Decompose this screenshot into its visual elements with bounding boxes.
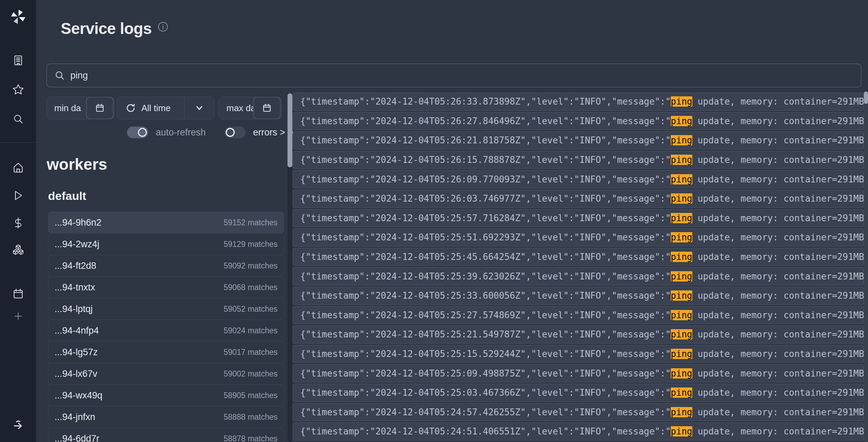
min-date-button[interactable]: min da <box>46 97 115 119</box>
log-mid: ","level":"INFO","message":" <box>520 310 671 320</box>
log-prefix: {"timestamp":" <box>300 349 375 359</box>
worker-row[interactable]: ...94-4nfp4 59024 matches <box>48 320 284 342</box>
log-timestamp: 2024-12-04T05:25:39.623026Z <box>375 271 520 282</box>
log-prefix: {"timestamp":" <box>300 252 375 262</box>
log-prefix: {"timestamp":" <box>300 155 375 165</box>
log-timestamp: 2024-12-04T05:25:57.716284Z <box>375 213 520 223</box>
match-count: 58888 <box>224 413 246 421</box>
worker-row[interactable]: ...94-jnfxn 58888 matches <box>48 406 284 428</box>
worker-matches: 58878 matches <box>224 434 278 442</box>
worker-row[interactable]: ...94-lptqj 59052 matches <box>48 298 284 320</box>
min-date-calendar-icon[interactable] <box>86 97 114 119</box>
log-prefix: {"timestamp":" <box>300 271 375 282</box>
calendar-nav-icon[interactable] <box>12 288 24 300</box>
log-row: {"timestamp":"2024-12-04T05:24:57.426255… <box>293 403 864 421</box>
worker-row[interactable]: ...94-wx49q 58905 matches <box>48 384 284 406</box>
log-row: {"timestamp":"2024-12-04T05:25:45.664254… <box>293 248 864 266</box>
errors-label: errors > 0 <box>253 127 293 138</box>
time-range-dropdown[interactable] <box>185 97 214 119</box>
time-range-button[interactable]: All time <box>117 97 214 119</box>
max-date-calendar-icon[interactable] <box>253 97 281 119</box>
worker-row[interactable]: ...94-lg57z 59017 matches <box>48 341 284 363</box>
left-scrollbar-track[interactable] <box>288 93 292 442</box>
worker-name: ...94-jnfxn <box>55 412 95 422</box>
worker-row[interactable]: ...94-ft2d8 59092 matches <box>48 255 284 277</box>
match-suffix: matches <box>246 218 278 227</box>
search-nav-icon[interactable] <box>12 113 24 125</box>
worker-row[interactable]: ...94-2wz4j 59129 matches <box>48 233 284 255</box>
log-timestamp: 2024-12-04T05:25:33.600056Z <box>375 290 520 301</box>
match-suffix: matches <box>246 348 278 357</box>
worker-name: ...94-ft2d8 <box>55 261 96 271</box>
log-prefix: {"timestamp":" <box>300 387 375 398</box>
log-prefix: {"timestamp":" <box>300 407 375 417</box>
log-mid: ","level":"INFO","message":" <box>520 135 671 145</box>
log-row: {"timestamp":"2024-12-04T05:25:03.467366… <box>293 384 864 402</box>
match-suffix: matches <box>246 413 278 421</box>
right-scrollbar-track[interactable] <box>864 91 868 442</box>
worker-matches: 59092 matches <box>224 261 278 271</box>
log-row: {"timestamp":"2024-12-04T05:24:51.406551… <box>293 422 864 441</box>
log-mid: ","level":"INFO","message":" <box>520 174 671 184</box>
log-mid: ","level":"INFO","message":" <box>520 155 671 165</box>
right-scrollbar-thumb[interactable] <box>864 92 868 104</box>
log-timestamp: 2024-12-04T05:26:09.770093Z <box>375 174 520 184</box>
page-title-text: Service logs <box>61 20 152 37</box>
chevron-down-icon <box>194 103 204 113</box>
log-prefix: {"timestamp":" <box>300 232 375 242</box>
match-suffix: matches <box>246 391 278 400</box>
log-prefix: {"timestamp":" <box>300 213 375 223</box>
log-highlight: ping <box>671 349 692 359</box>
log-suffix: update, memory: container=291MB <box>692 193 864 204</box>
worker-row[interactable]: ...94-9h6n2 59152 matches <box>48 212 284 234</box>
match-count: 59024 <box>224 326 246 335</box>
dollar-icon[interactable] <box>12 217 24 229</box>
match-count: 59068 <box>224 283 246 292</box>
info-icon[interactable] <box>158 17 168 27</box>
windmill-logo-icon[interactable] <box>10 8 27 25</box>
star-icon[interactable] <box>12 83 24 96</box>
log-highlight: ping <box>671 96 692 107</box>
log-row: {"timestamp":"2024-12-04T05:26:15.788878… <box>293 151 864 169</box>
log-row: {"timestamp":"2024-12-04T05:25:15.529244… <box>293 345 864 363</box>
max-date-button[interactable]: max da <box>219 97 282 119</box>
worker-row[interactable]: ...94-6dd7r 58878 matches <box>48 428 284 442</box>
expand-sidebar-arrow-icon[interactable] <box>12 419 24 431</box>
log-timestamp: 2024-12-04T05:25:27.574869Z <box>375 310 520 320</box>
log-mid: ","level":"INFO","message":" <box>520 329 671 339</box>
auto-refresh-toggle[interactable] <box>127 127 148 138</box>
log-highlight: ping <box>671 290 692 301</box>
log-mid: ","level":"INFO","message":" <box>520 407 671 417</box>
match-count: 59017 <box>224 348 246 357</box>
building-icon[interactable] <box>12 54 24 67</box>
errors-toggle[interactable] <box>224 127 246 138</box>
worker-row[interactable]: ...94-tnxtx 59068 matches <box>48 276 284 298</box>
play-icon[interactable] <box>12 189 24 202</box>
auto-refresh-label: auto-refresh <box>156 127 206 138</box>
log-row: {"timestamp":"2024-12-04T05:26:27.846496… <box>293 112 864 130</box>
worker-name: ...94-lx67v <box>55 369 97 379</box>
search-input[interactable] <box>70 70 825 81</box>
log-suffix: update, memory: container=291MB <box>692 232 864 242</box>
log-timestamp: 2024-12-04T05:24:57.426255Z <box>375 407 520 417</box>
log-mid: ","level":"INFO","message":" <box>520 368 671 379</box>
worker-row[interactable]: ...94-lx67v 59002 matches <box>48 363 284 385</box>
cubes-icon[interactable] <box>12 244 24 256</box>
home-icon[interactable] <box>12 162 24 174</box>
log-prefix: {"timestamp":" <box>300 174 375 184</box>
left-scrollbar-thumb[interactable] <box>288 93 292 167</box>
worker-matches: 59152 matches <box>224 218 278 227</box>
log-timestamp: 2024-12-04T05:25:15.529244Z <box>375 349 520 359</box>
match-suffix: matches <box>246 261 278 270</box>
match-suffix: matches <box>246 304 278 313</box>
log-prefix: {"timestamp":" <box>300 135 375 145</box>
log-prefix: {"timestamp":" <box>300 290 375 301</box>
plus-icon[interactable] <box>12 310 24 322</box>
log-timestamp: 2024-12-04T05:25:21.549787Z <box>375 329 520 339</box>
log-row: {"timestamp":"2024-12-04T05:26:09.770093… <box>293 170 864 188</box>
worker-name: ...94-lptqj <box>55 304 93 314</box>
log-highlight: ping <box>671 407 692 417</box>
log-search-bar <box>46 63 861 87</box>
worker-name: ...94-wx49q <box>55 390 103 401</box>
search-icon <box>55 70 65 81</box>
